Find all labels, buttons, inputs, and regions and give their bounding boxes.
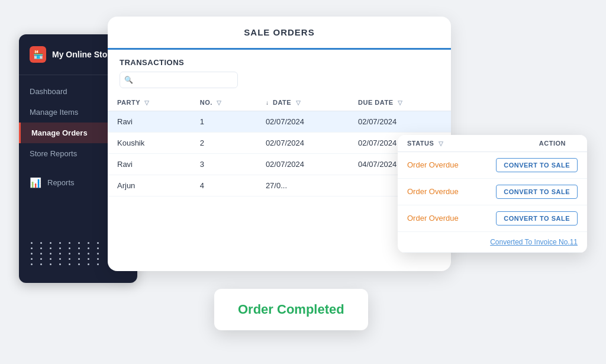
- brand-name: My Online Store: [52, 50, 115, 59]
- search-bar[interactable]: 🔍: [120, 72, 439, 88]
- cell-party: Ravi: [108, 153, 191, 175]
- panel-title: SALE ORDERS: [108, 17, 451, 50]
- dot-grid-decoration: [31, 242, 103, 265]
- col-date[interactable]: ↓ DATE ▽: [256, 94, 349, 111]
- toast-message: Order Completed: [238, 302, 344, 317]
- cell-party: Koushik: [108, 132, 191, 153]
- search-icon: 🔍: [124, 76, 133, 84]
- converted-invoice-link[interactable]: Converted To Invoice No.11: [490, 238, 578, 246]
- transactions-label: TRANSACTIONS: [108, 50, 451, 72]
- overlay-header: STATUS ▽ ACTION: [398, 135, 587, 152]
- col-due-date[interactable]: DUE DATE ▽: [349, 94, 451, 111]
- overlay-row-3[interactable]: Order Overdue CONVERT TO SALE: [398, 205, 587, 232]
- date-sort-icon: ↓: [266, 99, 269, 106]
- table-header-row: PARTY ▽ NO. ▽ ↓ DATE ▽ D: [108, 94, 451, 111]
- cell-date: 27/0...: [256, 175, 349, 196]
- cell-party: Ravi: [108, 111, 191, 132]
- cell-date: 02/07/2024: [256, 132, 349, 153]
- col-no[interactable]: NO. ▽: [191, 94, 256, 111]
- status-col-header: STATUS ▽: [407, 140, 539, 147]
- order-completed-toast: Order Completed: [214, 289, 368, 330]
- overlay-row-2[interactable]: Order Overdue CONVERT TO SALE: [398, 179, 587, 205]
- search-input[interactable]: [120, 72, 238, 88]
- store-icon: 🏪: [30, 46, 46, 63]
- cell-no: 2: [191, 132, 256, 153]
- overlay-row-1[interactable]: Order Overdue CONVERT TO SALE: [398, 152, 587, 179]
- date-filter-icon[interactable]: ▽: [296, 99, 301, 106]
- cell-party: Arjun: [108, 175, 191, 196]
- status-filter-icon[interactable]: ▽: [439, 140, 444, 147]
- cell-no: 3: [191, 153, 256, 175]
- convert-to-sale-button-2[interactable]: CONVERT TO SALE: [496, 185, 578, 199]
- due-date-filter-icon[interactable]: ▽: [398, 99, 403, 106]
- no-filter-icon[interactable]: ▽: [217, 99, 222, 106]
- cell-date: 02/07/2024: [256, 111, 349, 132]
- overlay-panel: STATUS ▽ ACTION Order Overdue CONVERT TO…: [398, 135, 587, 253]
- status-overdue-2: Order Overdue: [407, 187, 496, 196]
- action-col-header: ACTION: [539, 140, 578, 147]
- convert-to-sale-button-1[interactable]: CONVERT TO SALE: [496, 158, 578, 172]
- col-party[interactable]: PARTY ▽: [108, 94, 191, 111]
- status-overdue-3: Order Overdue: [407, 214, 496, 223]
- reports-icon: 📊: [30, 177, 41, 188]
- status-overdue-1: Order Overdue: [407, 160, 496, 169]
- cell-due-date: 02/07/2024: [349, 111, 451, 132]
- cell-no: 1: [191, 111, 256, 132]
- cell-no: 4: [191, 175, 256, 196]
- overlay-row-4[interactable]: Converted To Invoice No.11: [398, 232, 587, 253]
- convert-to-sale-button-3[interactable]: CONVERT TO SALE: [496, 211, 578, 226]
- party-filter-icon[interactable]: ▽: [144, 99, 150, 106]
- cell-date: 02/07/2024: [256, 153, 349, 175]
- table-row[interactable]: Ravi 1 02/07/2024 02/07/2024: [108, 111, 451, 132]
